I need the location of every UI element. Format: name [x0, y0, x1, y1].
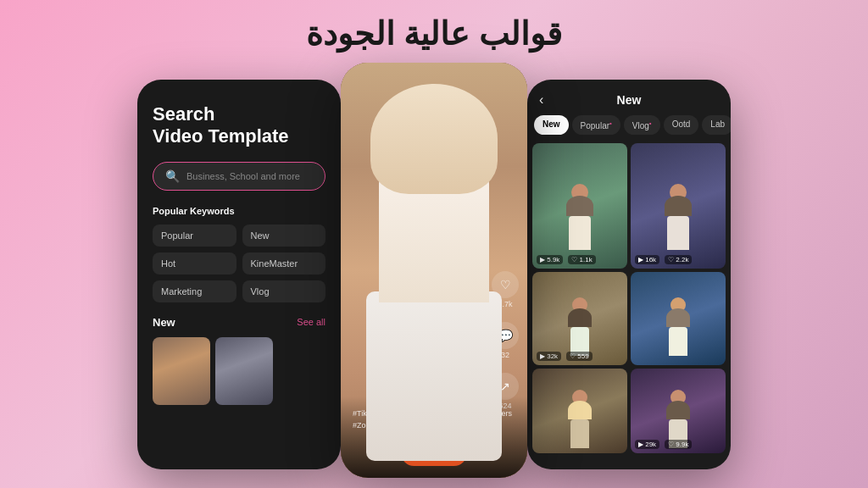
- tab-popular[interactable]: Popular: [572, 115, 620, 135]
- tab-lab[interactable]: Lab: [702, 115, 731, 135]
- card-3-views: ▶ 32k: [537, 352, 561, 361]
- card-3-stats: ▶ 32k ♡ 559: [537, 352, 593, 361]
- search-title: Search Video Template: [153, 103, 326, 148]
- keyword-kinemaster[interactable]: KineMaster: [242, 252, 326, 274]
- card-1-likes: ♡ 1.1k: [568, 255, 595, 264]
- card-6[interactable]: ▶ 29k ♡ 9.9k: [631, 369, 726, 453]
- phone3-title: New: [617, 93, 642, 107]
- card-6-stats: ▶ 29k ♡ 9.9k: [635, 440, 692, 449]
- card-2-likes: ♡ 2.2k: [665, 255, 692, 264]
- phone-search: Search Video Template 🔍 Business, School…: [137, 80, 341, 469]
- tab-vlog[interactable]: Vlog: [624, 115, 660, 135]
- card-2-stats: ▶ 16k ♡ 2.2k: [635, 255, 692, 264]
- card-1[interactable]: ▶ 5.9k ♡ 1.1k: [532, 143, 627, 269]
- card-6-views: ▶ 29k: [635, 440, 659, 449]
- keyword-hot[interactable]: Hot: [153, 252, 236, 274]
- search-box[interactable]: 🔍 Business, School and more: [153, 162, 326, 191]
- card-2-views: ▶ 16k: [635, 255, 659, 264]
- keyword-popular[interactable]: Popular: [153, 225, 236, 247]
- phone2-content: ♡ 1.7k 💬 32 ↗ 624 #TikTok #Reels #Social…: [341, 63, 527, 478]
- card-3-likes: ♡ 559: [566, 352, 593, 361]
- keyword-new[interactable]: New: [242, 225, 326, 247]
- comment-count: 32: [501, 351, 509, 359]
- phone3-content: ‹ New New Popular Vlog Ootd Lab: [527, 80, 731, 469]
- keyword-marketing[interactable]: Marketing: [153, 280, 236, 302]
- card-4[interactable]: [631, 272, 726, 365]
- phone3-tabs: New Popular Vlog Ootd Lab: [527, 115, 731, 143]
- search-icon: 🔍: [165, 169, 180, 183]
- phone3-header: ‹ New: [527, 80, 731, 115]
- tab-new[interactable]: New: [534, 115, 569, 135]
- phone-templates: ‹ New New Popular Vlog Ootd Lab: [527, 80, 731, 469]
- card-1-views: ▶ 5.9k: [537, 255, 563, 264]
- page-title: قوالب عالية الجودة: [306, 15, 562, 53]
- phone-video: ♡ 1.7k 💬 32 ↗ 624 #TikTok #Reels #Social…: [341, 63, 527, 478]
- card-1-stats: ▶ 5.9k ♡ 1.1k: [537, 255, 596, 264]
- thumbnail-1[interactable]: [153, 337, 210, 405]
- card-5[interactable]: [532, 369, 627, 453]
- new-section-header: New See all: [153, 316, 326, 329]
- tab-ootd[interactable]: Ootd: [664, 115, 699, 135]
- card-3[interactable]: ▶ 32k ♡ 559: [532, 272, 627, 365]
- card-2[interactable]: ▶ 16k ♡ 2.2k: [631, 143, 726, 269]
- keyword-grid: Popular New Hot KineMaster Marketing Vlo…: [153, 225, 326, 302]
- search-placeholder-text: Business, School and more: [186, 171, 300, 181]
- see-all-link[interactable]: See all: [297, 317, 326, 327]
- back-button[interactable]: ‹: [539, 92, 543, 108]
- phones-container: Search Video Template 🔍 Business, School…: [0, 71, 868, 478]
- card-6-likes: ♡ 9.9k: [665, 440, 692, 449]
- keyword-vlog[interactable]: Vlog: [242, 280, 326, 302]
- popular-keywords-label: Popular Keywords: [153, 206, 326, 216]
- new-section-label: New: [153, 316, 175, 329]
- thumbnail-row: [153, 337, 326, 405]
- thumbnail-2[interactable]: [215, 337, 273, 405]
